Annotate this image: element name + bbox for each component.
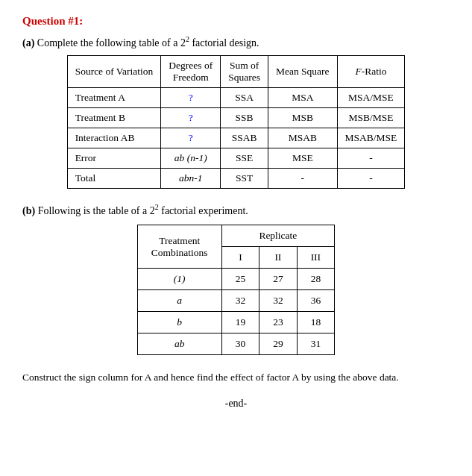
section-a-intro: Complete the following table of a 22 fac… <box>37 37 259 48</box>
table-b: TreatmentCombinations Replicate I II III… <box>137 225 335 355</box>
table-a-wrapper: Source of Variation Degrees ofFreedom Su… <box>22 55 450 189</box>
cell-val-II: 32 <box>259 290 298 312</box>
cell-val-III: 31 <box>297 333 335 355</box>
cell-fr: MSAB/MSE <box>337 128 405 148</box>
cell-df: ? <box>161 107 221 128</box>
cell-source: Error <box>67 148 161 168</box>
cell-df: abn-1 <box>161 168 221 188</box>
cell-val-I: 30 <box>221 333 259 355</box>
cell-ms: - <box>268 168 337 188</box>
cell-ms: MSE <box>268 148 337 168</box>
cell-source: Interaction AB <box>67 128 161 148</box>
rep-col-III: III <box>297 247 335 269</box>
cell-val-I: 32 <box>221 290 259 312</box>
col-header-source: Source of Variation <box>67 55 161 87</box>
table-row: (1) 25 27 28 <box>137 269 334 290</box>
cell-fr: - <box>337 168 405 188</box>
section-b-intro: Following is the table of a 22 factorial… <box>38 205 248 216</box>
bottom-text: Construct the sign column for A and henc… <box>22 370 450 385</box>
cell-ss: SSB <box>221 107 268 128</box>
cell-val-II: 29 <box>259 333 298 355</box>
cell-source: Treatment A <box>67 87 161 107</box>
cell-source: Treatment B <box>67 107 161 128</box>
table-row: ab 30 29 31 <box>137 333 334 355</box>
cell-ss: SSAB <box>221 128 268 148</box>
cell-source: Total <box>67 168 161 188</box>
question-title: Question #1: <box>22 15 450 28</box>
table-b-wrapper: TreatmentCombinations Replicate I II III… <box>22 225 450 355</box>
cell-val-I: 25 <box>221 269 259 290</box>
cell-df: ab (n-1) <box>161 148 221 168</box>
cell-ss: SSA <box>221 87 268 107</box>
cell-val-II: 23 <box>259 312 298 333</box>
cell-val-III: 18 <box>297 312 335 333</box>
table-row: Treatment A ? SSA MSA MSA/MSE <box>67 87 405 107</box>
table-row: Error ab (n-1) SSE MSE - <box>67 148 405 168</box>
cell-val-II: 27 <box>259 269 298 290</box>
cell-ss: SSE <box>221 148 268 168</box>
col-header-df: Degrees ofFreedom <box>161 55 221 87</box>
cell-combo: ab <box>137 333 221 355</box>
cell-combo: b <box>137 312 221 333</box>
cell-val-I: 19 <box>221 312 259 333</box>
cell-df: ? <box>161 87 221 107</box>
cell-ms: MSB <box>268 107 337 128</box>
section-a-label: (a) <box>22 37 34 48</box>
cell-combo: (1) <box>137 269 221 290</box>
table-row: b 19 23 18 <box>137 312 334 333</box>
rep-col-II: II <box>259 247 298 269</box>
section-b-label: (b) <box>22 205 35 216</box>
table-a: Source of Variation Degrees ofFreedom Su… <box>67 55 406 189</box>
cell-combo: a <box>137 290 221 312</box>
cell-ss: SST <box>221 168 268 188</box>
table-row: Total abn-1 SST - - <box>67 168 405 188</box>
cell-df: ? <box>161 128 221 148</box>
replicate-header: Replicate <box>221 225 335 247</box>
cell-val-III: 28 <box>297 269 335 290</box>
col-header-ms: Mean Square <box>268 55 337 87</box>
cell-fr: - <box>337 148 405 168</box>
col-header-treatment: TreatmentCombinations <box>137 225 221 269</box>
table-row: Treatment B ? SSB MSB MSB/MSE <box>67 107 405 128</box>
cell-ms: MSA <box>268 87 337 107</box>
col-header-fr: F-Ratio <box>337 55 405 87</box>
end-label: -end- <box>22 398 450 410</box>
cell-fr: MSB/MSE <box>337 107 405 128</box>
table-row: Interaction AB ? SSAB MSAB MSAB/MSE <box>67 128 405 148</box>
cell-fr: MSA/MSE <box>337 87 405 107</box>
cell-ms: MSAB <box>268 128 337 148</box>
cell-val-III: 36 <box>297 290 335 312</box>
col-header-ss: Sum ofSquares <box>221 55 268 87</box>
rep-col-I: I <box>221 247 259 269</box>
table-row: a 32 32 36 <box>137 290 334 312</box>
